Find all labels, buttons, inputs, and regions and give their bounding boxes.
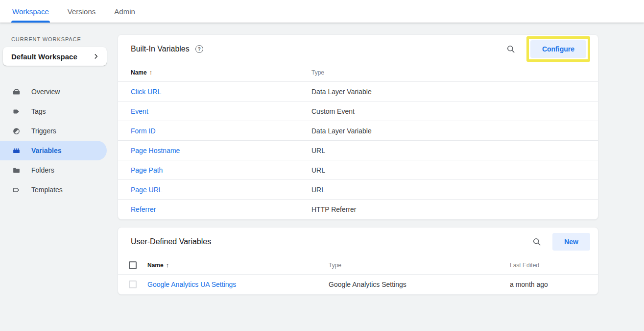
sidebar-item-label: Tags	[31, 107, 46, 115]
workspace-selector[interactable]: Default Workspace	[3, 47, 107, 66]
variable-type: Google Analytics Settings	[329, 280, 510, 288]
column-name-label: Name	[147, 262, 164, 269]
user-defined-search-button[interactable]	[530, 235, 544, 249]
overview-icon	[12, 88, 21, 96]
user-defined-variable-link[interactable]: Google Analytics UA Settings	[147, 280, 329, 288]
sidebar-item-label: Variables	[31, 147, 62, 154]
user-defined-table-header: Name ↑ Type Last Edited	[118, 256, 598, 275]
builtin-variables-card: Built-In Variables ? Configure	[118, 34, 598, 220]
new-variable-button[interactable]: New	[552, 233, 590, 251]
builtin-column-type: Type	[311, 69, 598, 76]
tab-workspace[interactable]: Workspace	[11, 0, 50, 23]
configure-highlight-annotation: Configure	[526, 36, 590, 62]
search-icon	[532, 237, 542, 247]
table-row: Event Custom Event	[118, 102, 598, 121]
brick-icon	[12, 147, 21, 155]
workspace-name: Default Workspace	[11, 52, 77, 61]
current-workspace-label: CURRENT WORKSPACE	[11, 36, 118, 42]
builtin-variable-link[interactable]: Page URL	[131, 186, 311, 194]
sidebar-item-label: Folders	[31, 166, 54, 174]
builtin-variable-link[interactable]: Event	[131, 107, 311, 115]
user-defined-column-type: Type	[329, 262, 510, 269]
sidebar-item-folders[interactable]: Folders	[0, 160, 107, 180]
sidebar-item-label: Templates	[31, 186, 63, 194]
builtin-search-button[interactable]	[504, 42, 518, 56]
builtin-variable-link[interactable]: Page Path	[131, 166, 311, 174]
sidebar-item-label: Triggers	[31, 127, 56, 135]
variable-type: URL	[311, 186, 598, 194]
user-defined-variables-title: User-Defined Variables	[131, 237, 211, 246]
configure-button[interactable]: Configure	[530, 40, 586, 58]
main-content: Built-In Variables ? Configure	[118, 23, 644, 331]
folder-icon	[12, 166, 21, 175]
user-defined-column-name[interactable]: Name ↑	[147, 261, 329, 269]
builtin-variables-title: Built-In Variables	[131, 45, 190, 53]
tab-versions[interactable]: Versions	[67, 0, 97, 23]
help-icon[interactable]: ?	[195, 45, 203, 53]
variable-type: URL	[311, 147, 598, 154]
variable-type: Custom Event	[311, 107, 598, 115]
sidebar-item-templates[interactable]: Templates	[0, 180, 107, 200]
variable-type: URL	[311, 166, 598, 174]
template-icon	[12, 186, 21, 194]
search-icon	[506, 44, 516, 54]
builtin-variable-link[interactable]: Referrer	[131, 205, 311, 213]
tag-icon	[12, 107, 21, 116]
builtin-variable-link[interactable]: Form ID	[131, 127, 311, 135]
sort-ascending-icon: ↑	[166, 261, 169, 269]
variable-type: Data Layer Variable	[311, 127, 598, 135]
table-row: Referrer HTTP Referrer	[118, 200, 598, 219]
builtin-table-header: Name ↑ Type	[118, 63, 598, 82]
table-row: Page URL URL	[118, 180, 598, 200]
top-navigation-bar: Workspace Versions Admin	[0, 0, 644, 23]
builtin-variables-header: Built-In Variables ? Configure	[118, 35, 598, 63]
user-defined-column-last-edited: Last Edited	[510, 262, 598, 269]
builtin-variable-link[interactable]: Page Hostname	[131, 147, 311, 154]
sidebar-item-label: Overview	[31, 88, 60, 96]
builtin-variable-link[interactable]: Click URL	[131, 88, 311, 96]
user-defined-variables-card: User-Defined Variables New Name ↑	[118, 227, 598, 295]
sidebar-item-overview[interactable]: Overview	[0, 82, 107, 102]
variable-last-edited: a month ago	[510, 280, 598, 288]
sidebar-item-variables[interactable]: Variables	[0, 141, 107, 160]
trigger-icon	[12, 127, 21, 135]
sidebar: CURRENT WORKSPACE Default Workspace Over…	[0, 23, 118, 331]
table-row: Click URL Data Layer Variable	[118, 82, 598, 102]
table-row: Form ID Data Layer Variable	[118, 121, 598, 141]
variable-type: HTTP Referrer	[311, 205, 598, 213]
select-all-checkbox[interactable]	[129, 261, 137, 269]
sidebar-item-triggers[interactable]: Triggers	[0, 121, 107, 141]
builtin-column-name[interactable]: Name ↑	[131, 69, 311, 76]
column-name-label: Name	[131, 69, 147, 76]
tab-admin[interactable]: Admin	[113, 0, 136, 23]
table-row: Page Hostname URL	[118, 141, 598, 160]
row-checkbox[interactable]	[129, 280, 137, 288]
user-defined-variables-header: User-Defined Variables New	[118, 228, 598, 256]
sidebar-nav: Overview Tags Triggers	[0, 82, 118, 200]
chevron-right-icon	[93, 53, 99, 60]
table-row: Page Path URL	[118, 160, 598, 180]
sidebar-item-tags[interactable]: Tags	[0, 102, 107, 121]
table-row: Google Analytics UA Settings Google Anal…	[118, 275, 598, 294]
sort-ascending-icon: ↑	[149, 69, 153, 76]
variable-type: Data Layer Variable	[311, 88, 598, 96]
